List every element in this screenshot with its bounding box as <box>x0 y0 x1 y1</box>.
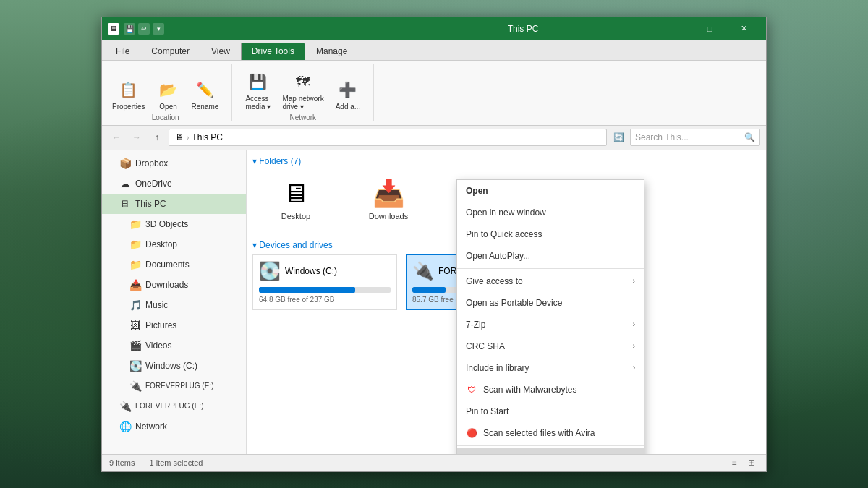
ribbon-tabs: File Computer View Drive Tools Manage <box>102 40 766 61</box>
tab-computer[interactable]: Computer <box>140 43 200 60</box>
sidebar-item-pictures[interactable]: 🖼 Pictures <box>102 315 246 335</box>
title-bar: 🖥 💾 ↩ ▾ This PC — □ ✕ <box>102 17 766 40</box>
open-icon: 📂 <box>157 78 180 101</box>
up-button[interactable]: ↑ <box>148 129 166 146</box>
grid-view-button[interactable]: ⊞ <box>744 456 759 469</box>
search-placeholder: Search This... <box>635 132 689 142</box>
ctx-pin-quick-access[interactable]: Pin to Quick access <box>457 223 644 245</box>
malwarebytes-icon: 🛡 <box>466 384 477 395</box>
folder-item-desktop[interactable]: 🖥 Desktop <box>252 171 339 228</box>
item-count: 9 items <box>109 458 135 467</box>
minimize-button[interactable]: — <box>659 17 692 40</box>
ribbon-btn-add[interactable]: ➕ Add a... <box>331 75 365 114</box>
sidebar-item-windows-c[interactable]: 💽 Windows (C:) <box>102 356 246 376</box>
ctx-crc-sha[interactable]: CRC SHA › <box>457 335 644 357</box>
quick-access-toolbar: 💾 ↩ ▾ <box>124 23 387 35</box>
folder-item-downloads[interactable]: 📥 Downloads <box>345 171 432 228</box>
ctx-sep-2 <box>457 445 644 446</box>
folder-downloads-label: Downloads <box>369 212 408 221</box>
sidebar-label-windows-c: Windows (C:) <box>145 361 197 371</box>
sidebar-item-videos[interactable]: 🎬 Videos <box>102 335 246 356</box>
documents-icon: 📁 <box>129 259 141 270</box>
close-button[interactable]: ✕ <box>727 17 760 40</box>
sidebar-item-network[interactable]: 🌐 Network <box>102 416 246 437</box>
ctx-scan-malwarebytes[interactable]: 🛡 Scan with Malwarebytes <box>457 379 644 401</box>
access-media-icon: 💾 <box>247 70 270 93</box>
ctx-open-portable[interactable]: Open as Portable Device <box>457 292 644 314</box>
ribbon-btn-open[interactable]: 📂 Open <box>153 75 184 114</box>
nav-bar: ← → ↑ 🖥 › This PC 🔄 Search This... 🔍 <box>102 126 766 150</box>
3d-objects-icon: 📁 <box>129 218 141 230</box>
sidebar-label-dropbox: Dropbox <box>135 158 168 168</box>
ctx-pin-quick-access-label: Pin to Quick access <box>466 229 542 239</box>
ctx-include-library-label: Include in library <box>466 363 529 373</box>
tab-view[interactable]: View <box>200 43 241 60</box>
network-icon: 🌐 <box>119 421 131 432</box>
videos-icon: 🎬 <box>129 340 141 351</box>
sidebar-item-downloads[interactable]: 📥 Downloads <box>102 275 246 295</box>
tab-drive-tools[interactable]: Drive Tools <box>241 43 305 60</box>
sidebar-item-3d-objects[interactable]: 📁 3D Objects <box>102 214 246 234</box>
ribbon-btn-properties[interactable]: 📋 Properties <box>108 75 150 114</box>
file-area: ▾ Folders (7) 🖥 Desktop 📥 Downloads 🖼 Pi… <box>247 150 766 454</box>
desktop-icon: 📁 <box>129 239 141 250</box>
sidebar-item-desktop[interactable]: 📁 Desktop <box>102 234 246 254</box>
forward-button[interactable]: → <box>128 129 145 146</box>
list-view-button[interactable]: ≡ <box>727 456 741 469</box>
sidebar-item-this-pc[interactable]: 🖥 This PC <box>102 194 246 214</box>
undo-qat-btn[interactable]: ↩ <box>138 23 150 35</box>
ctx-give-access[interactable]: Give access to › <box>457 270 644 292</box>
dropdown-qat-btn[interactable]: ▾ <box>153 23 164 35</box>
sidebar-label-music: Music <box>145 300 168 310</box>
address-bar[interactable]: 🖥 › This PC <box>169 129 607 146</box>
device-windows-c[interactable]: 💽 Windows (C:) 64.8 GB free of 237 GB <box>252 254 397 310</box>
search-box[interactable]: Search This... 🔍 <box>630 129 760 146</box>
refresh-button[interactable]: 🔄 <box>610 129 627 146</box>
back-button[interactable]: ← <box>108 129 125 146</box>
maximize-button[interactable]: □ <box>693 17 726 40</box>
location-buttons: 📋 Properties 📂 Open ✏️ Rename <box>108 64 223 114</box>
ribbon-btn-map-network[interactable]: 🗺 Map networkdrive ▾ <box>278 67 328 114</box>
folder-downloads-icon: 📥 <box>373 179 405 209</box>
ctx-scan-avira[interactable]: 🔴 Scan selected files with Avira <box>457 422 644 444</box>
device-windows-c-storage: 64.8 GB free of 237 GB <box>259 296 391 304</box>
folders-section-header[interactable]: ▾ Folders (7) <box>252 156 760 166</box>
ctx-scan-avira-label: Scan selected files with Avira <box>483 428 595 438</box>
sidebar-item-music[interactable]: 🎵 Music <box>102 295 246 315</box>
ctx-open-label: Open <box>466 186 488 196</box>
ctx-pin-start[interactable]: Pin to Start <box>457 401 644 422</box>
context-menu: Open Open in new window Pin to Quick acc… <box>456 179 644 454</box>
music-icon: 🎵 <box>129 299 141 311</box>
ctx-7zip-label: 7-Zip <box>466 320 485 330</box>
main-content: 📦 Dropbox ☁ OneDrive 🖥 This PC 📁 3D Obje… <box>102 150 766 454</box>
ctx-give-access-label: Give access to <box>466 276 523 286</box>
ctx-7zip-arrow: › <box>633 320 635 328</box>
sidebar-item-foreverplug-e1[interactable]: 🔌 FOREVERPLUG (E:) <box>102 376 246 396</box>
ctx-format[interactable]: Format... <box>457 448 644 454</box>
sidebar-item-dropbox[interactable]: 📦 Dropbox <box>102 153 246 174</box>
sidebar-item-onedrive[interactable]: ☁ OneDrive <box>102 174 246 194</box>
ctx-open-autoplay[interactable]: Open AutoPlay... <box>457 245 644 267</box>
ribbon-btn-rename[interactable]: ✏️ Rename <box>187 75 224 114</box>
device-windows-c-icon: 💽 <box>259 261 281 281</box>
search-icon: 🔍 <box>744 132 755 142</box>
rename-icon: ✏️ <box>193 78 216 101</box>
add-icon: ➕ <box>336 78 359 101</box>
this-pc-icon: 🖥 <box>119 198 131 210</box>
ctx-open-new-window[interactable]: Open in new window <box>457 202 644 223</box>
sidebar-item-documents[interactable]: 📁 Documents <box>102 254 246 275</box>
ctx-7zip[interactable]: 7-Zip › <box>457 314 644 335</box>
network-buttons: 💾 Accessmedia ▾ 🗺 Map networkdrive ▾ ➕ A… <box>241 64 365 114</box>
ctx-include-library-arrow: › <box>633 364 635 372</box>
ctx-open[interactable]: Open <box>457 180 644 202</box>
device-foreverplug-progress-fill <box>412 287 446 293</box>
avira-icon: 🔴 <box>466 427 477 439</box>
save-qat-btn[interactable]: 💾 <box>124 23 135 35</box>
tab-file[interactable]: File <box>105 43 140 60</box>
sidebar-item-foreverplug-e2[interactable]: 🔌 FOREVERPLUG (E:) <box>102 396 246 416</box>
sidebar-label-this-pc: This PC <box>135 199 166 209</box>
tab-manage[interactable]: Manage <box>305 43 358 60</box>
device-windows-c-progress-bar <box>259 287 391 293</box>
ribbon-btn-access-media[interactable]: 💾 Accessmedia ▾ <box>241 67 275 114</box>
ctx-include-library[interactable]: Include in library › <box>457 357 644 379</box>
